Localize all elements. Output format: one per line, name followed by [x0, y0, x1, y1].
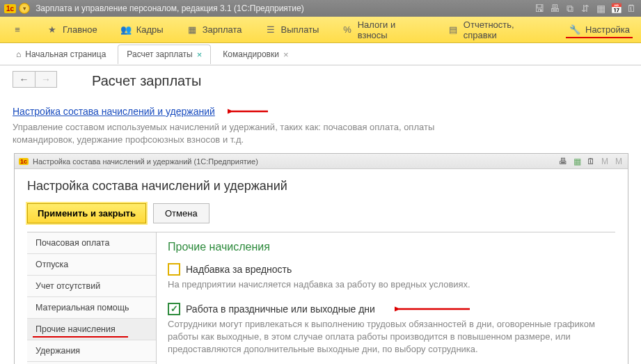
menu-label: Выплаты	[281, 24, 319, 35]
save-icon[interactable]: 🖫	[534, 3, 545, 14]
nav-forward-button[interactable]: →	[35, 71, 57, 88]
logo-1c-icon: 1c	[4, 4, 16, 13]
menu-hamburger[interactable]: ≡	[0, 17, 35, 42]
menu-taxes[interactable]: %Налоги и взносы	[330, 17, 436, 42]
sub-heading: Настройка состава начислений и удержаний	[27, 179, 615, 193]
checkbox-desc: Сотрудники могут привлекаться к выполнен…	[168, 318, 604, 356]
calendar-icon[interactable]: 📅	[610, 3, 622, 14]
menu-label: Зарплата	[203, 24, 242, 35]
table-icon: ▦	[186, 24, 198, 36]
nav-arrows: ← →	[13, 71, 57, 88]
page-title: Расчет зарплаты	[92, 73, 201, 89]
tab-salary-calc[interactable]: Расчет зарплаты×	[118, 45, 211, 64]
close-icon[interactable]: ×	[197, 49, 203, 60]
star-icon: ★	[46, 24, 58, 36]
sub-titlebar: 1c Настройка состава начислений и удержа…	[15, 154, 628, 169]
menu-label: Отчетность, справки	[464, 19, 546, 40]
close-icon[interactable]: ×	[283, 49, 289, 60]
settings-panel: Прочие начисления Надбавка за вредность …	[157, 232, 615, 364]
schedule-icon[interactable]: 🗓	[586, 157, 596, 166]
sidebar-item-aid[interactable]: Материальная помощь	[27, 297, 156, 319]
red-arrow-icon	[395, 303, 471, 315]
calendar-icon[interactable]: ▦	[572, 157, 582, 166]
checkbox-label: Надбавка за вредность	[186, 264, 292, 275]
tab-bar: ⌂Начальная страница Расчет зарплаты× Ком…	[0, 43, 641, 65]
menu-reports[interactable]: ▤Отчетность, справки	[436, 17, 557, 42]
app-title: Зарплата и управление персоналом, редакц…	[35, 3, 534, 13]
sidebar-item-deductions[interactable]: Удержания	[27, 340, 156, 362]
red-arrow-icon	[228, 106, 269, 117]
menu-settings[interactable]: 🔧Настройка	[557, 17, 641, 42]
refresh-icon[interactable]: ⇵	[580, 3, 591, 14]
tab-label: Командировки	[223, 49, 279, 59]
menu-label: Настройка	[585, 24, 630, 35]
app-menu-dropdown[interactable]: ▼	[19, 3, 30, 14]
config-accruals-link[interactable]: Настройка состава начислений и удержаний	[13, 106, 215, 117]
menu-label: Главное	[63, 24, 97, 35]
letter-m-icon[interactable]: M	[600, 157, 610, 166]
sub-window-title: Настройка состава начислений и удержаний…	[33, 157, 558, 166]
tab-label: Начальная страница	[25, 49, 106, 59]
sidebar-item-other-accruals[interactable]: Прочие начисления	[27, 319, 156, 340]
people-icon: 👥	[120, 24, 132, 36]
percent-icon: %	[341, 24, 353, 36]
menu-staff[interactable]: 👥Кадры	[109, 17, 175, 42]
checkbox-label: Работа в праздничные или выходные дни	[186, 303, 375, 315]
menu-label: Налоги и взносы	[358, 19, 425, 40]
config-desc: Управление составом используемых начисле…	[13, 121, 458, 146]
settings-sidebar: Почасовая оплата Отпуска Учет отсутствий…	[27, 232, 157, 364]
holiday-work-checkbox[interactable]: ✓	[168, 303, 180, 315]
menu-label: Кадры	[136, 24, 164, 35]
schedule-icon[interactable]: 🗓	[626, 3, 637, 14]
more-icon[interactable]: M	[614, 157, 624, 166]
copy-icon[interactable]: ⧉	[564, 3, 576, 14]
sidebar-item-vacations[interactable]: Отпуска	[27, 254, 156, 276]
sidebar-item-hourly[interactable]: Почасовая оплата	[27, 232, 156, 254]
app-titlebar: 1c ▼ Зарплата и управление персоналом, р…	[0, 0, 641, 17]
cancel-button[interactable]: Отмена	[153, 203, 209, 223]
checkbox-desc: На предприятии начисляется надбавка за р…	[168, 278, 604, 291]
main-menu: ≡ ★Главное 👥Кадры ▦Зарплата ☰Выплаты %На…	[0, 17, 641, 43]
hazard-allowance-checkbox[interactable]	[168, 263, 180, 276]
home-icon: ⌂	[16, 49, 21, 59]
sub-window: 1c Настройка состава начислений и удержа…	[14, 153, 628, 364]
menu-main[interactable]: ★Главное	[35, 17, 109, 42]
nav-back-button[interactable]: ←	[13, 71, 35, 88]
calculator-icon[interactable]: ▦	[595, 3, 606, 14]
print-icon[interactable]: 🖶	[549, 3, 560, 14]
menu-payments[interactable]: ☰Выплаты	[253, 17, 331, 42]
logo-1c-icon: 1c	[19, 158, 29, 165]
print-icon[interactable]: 🖶	[558, 157, 568, 166]
wrench-icon: 🔧	[569, 24, 581, 36]
tab-trips[interactable]: Командировки×	[214, 45, 297, 64]
sidebar-item-absences[interactable]: Учет отсутствий	[27, 276, 156, 297]
hamburger-icon: ≡	[11, 24, 24, 36]
report-icon: ▤	[448, 24, 459, 36]
apply-close-button[interactable]: Применить и закрыть	[27, 203, 146, 223]
page-content: ← → Расчет зарплаты Настройка состава на…	[0, 65, 641, 364]
panel-title: Прочие начисления	[168, 241, 604, 253]
menu-salary[interactable]: ▦Зарплата	[175, 17, 253, 42]
tab-home[interactable]: ⌂Начальная страница	[7, 45, 115, 63]
list-icon: ☰	[264, 24, 277, 36]
tab-label: Расчет зарплаты	[127, 49, 192, 59]
titlebar-toolbar: 🖫 🖶 ⧉ ⇵ ▦ 📅 🗓	[534, 3, 637, 14]
